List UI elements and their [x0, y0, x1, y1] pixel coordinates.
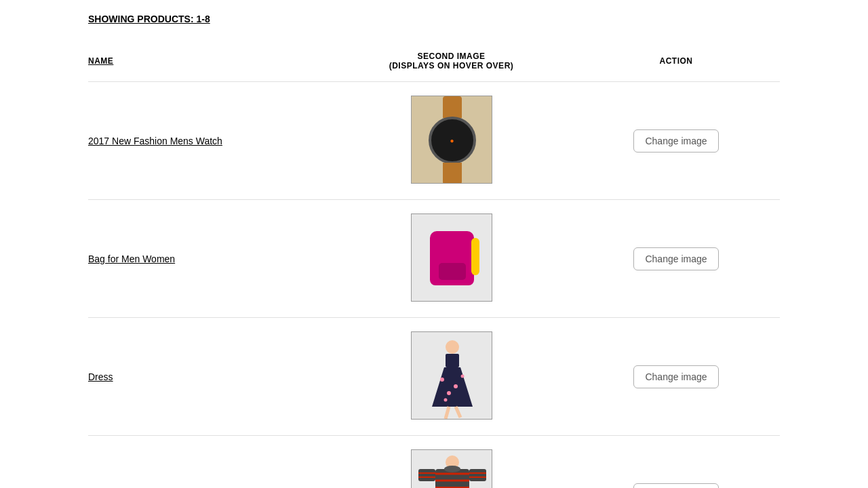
table-row: 2017 New Fashion Mens Watch ●: [88, 82, 780, 200]
action-cell: Change image: [572, 318, 780, 436]
product-name-link[interactable]: 2017 New Fashion Mens Watch: [88, 136, 222, 146]
pullover-svg: [412, 450, 492, 488]
change-image-button[interactable]: Change image: [633, 129, 718, 152]
product-name-cell: 2017 New Fashion Mens Watch: [88, 82, 330, 200]
change-image-button[interactable]: Change image: [633, 365, 718, 388]
product-name-link[interactable]: Dress: [88, 371, 113, 382]
product-image-container: [411, 331, 492, 420]
watch-brand: ●: [450, 137, 454, 144]
svg-point-6: [460, 375, 464, 378]
svg-line-8: [446, 407, 449, 419]
product-name-cell: Long Sleeve Pullover: [88, 436, 330, 489]
svg-rect-1: [446, 354, 459, 367]
showing-products-label: SHOWING PRODUCTS: 1-8: [88, 14, 780, 24]
watch-strap-top: [443, 96, 462, 118]
products-table: NAME SECOND IMAGE (DISPLAYS ON HOVER OVE…: [88, 45, 780, 488]
product-image-cell: [330, 318, 572, 436]
svg-point-3: [440, 378, 444, 382]
product-name-cell: Dress: [88, 318, 330, 436]
product-image-container: [411, 449, 492, 488]
page-wrapper: SHOWING PRODUCTS: 1-8 NAME SECOND IMAGE …: [75, 0, 793, 488]
col-header-action: ACTION: [572, 45, 780, 82]
action-cell: Change image: [572, 200, 780, 318]
watch-image: ●: [412, 96, 492, 184]
watch-face: ●: [429, 117, 476, 164]
backpack-strap: [471, 238, 479, 275]
table-row: Long Sleeve Pullover: [88, 436, 780, 489]
change-image-button[interactable]: Change image: [633, 483, 718, 489]
backpack-pocket: [439, 263, 466, 280]
svg-rect-17: [418, 469, 435, 481]
backpack-body: [430, 231, 474, 285]
dress-image: [412, 332, 492, 420]
svg-rect-20: [469, 469, 486, 481]
product-image-container: ●: [411, 96, 492, 184]
product-name-link[interactable]: Bag for Men Women: [88, 253, 175, 264]
svg-point-23: [444, 466, 460, 472]
product-image-cell: [330, 200, 572, 318]
col-header-name: NAME: [88, 45, 330, 82]
product-name-cell: Bag for Men Women: [88, 200, 330, 318]
svg-point-0: [446, 340, 459, 354]
product-image-cell: ●: [330, 82, 572, 200]
action-cell: Change image: [572, 436, 780, 489]
svg-line-9: [456, 407, 460, 418]
svg-point-4: [454, 384, 458, 388]
watch-strap-bottom: [443, 163, 462, 184]
table-row: Bag for Men Women Change image: [88, 200, 780, 318]
col-header-second-image: SECOND IMAGE (DISPLAYS ON HOVER OVER): [330, 45, 572, 82]
svg-marker-2: [432, 367, 473, 407]
product-image-cell: [330, 436, 572, 489]
dress-svg: [412, 332, 492, 420]
backpack-image: [412, 214, 492, 302]
svg-point-5: [447, 391, 451, 395]
svg-point-7: [443, 399, 447, 402]
product-image-container: [411, 214, 492, 302]
action-cell: Change image: [572, 82, 780, 200]
change-image-button[interactable]: Change image: [633, 247, 718, 270]
table-row: Dress: [88, 318, 780, 436]
pullover-image: [412, 450, 492, 488]
